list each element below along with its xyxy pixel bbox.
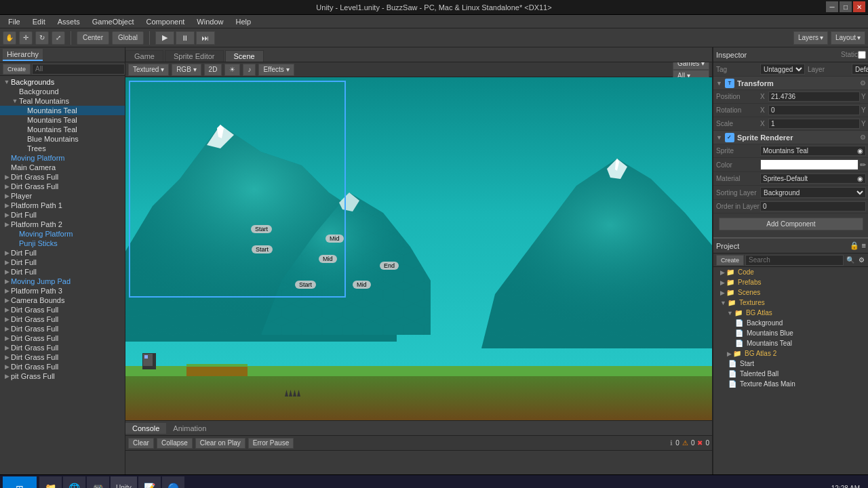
hierarchy-item[interactable]: ▶Platform Path 3 [0, 286, 125, 296]
hierarchy-item[interactable]: Mountains Teal [0, 115, 125, 125]
project-item[interactable]: ▶📁BG Atlas 2 [713, 348, 868, 359]
project-item[interactable]: 📄Mountains Blue [713, 328, 868, 338]
hierarchy-item[interactable]: ▶Dirt Full [0, 248, 125, 258]
layers-dropdown[interactable]: Layers▾ [793, 31, 828, 45]
hierarchy-item[interactable]: Mountains Teal [0, 125, 125, 134]
hierarchy-create-button[interactable]: Create [3, 64, 31, 75]
hierarchy-item[interactable]: ▶Player [0, 191, 125, 201]
maximize-button[interactable]: □ [840, 1, 852, 12]
hierarchy-item[interactable]: Main Camera [0, 163, 125, 172]
tab-game[interactable]: Game [125, 50, 163, 62]
clear-on-play-button[interactable]: Clear on Play [195, 438, 245, 449]
scale-tool[interactable]: ⤢ [52, 31, 65, 45]
hierarchy-item[interactable]: ▶Dirt Grass Full [0, 362, 125, 371]
hierarchy-tab[interactable]: Hierarchy [3, 49, 43, 61]
console-tab[interactable]: Console [125, 423, 166, 434]
hierarchy-item[interactable]: ▼Teal Mountains [0, 96, 125, 106]
layer-select[interactable]: Default [852, 64, 868, 75]
project-item[interactable]: 📄Start [713, 359, 868, 369]
hierarchy-item[interactable]: ▶Dirt Full [0, 267, 125, 277]
project-lock-icon[interactable]: 🔒 [850, 241, 859, 250]
hierarchy-item[interactable]: Blue Mountains [0, 134, 125, 144]
audio-toggle[interactable]: ♪ [243, 64, 256, 76]
rotate-tool[interactable]: ↻ [35, 31, 49, 45]
transform-settings[interactable]: ⚙ [860, 79, 866, 87]
material-picker-icon[interactable]: ◉ [857, 175, 863, 182]
tab-sprite-editor[interactable]: Sprite Editor [165, 50, 224, 62]
hierarchy-item[interactable]: ▶Dirt Grass Full [0, 324, 125, 333]
hierarchy-item[interactable]: Trees [0, 144, 125, 153]
menu-gameobject[interactable]: GameObject [87, 16, 140, 27]
project-search-icon[interactable]: 🔍 [845, 256, 856, 264]
lighting-toggle[interactable]: ☀ [224, 64, 240, 76]
start-button[interactable]: ⊞ [3, 476, 37, 489]
sprite-picker-icon[interactable]: ◉ [857, 147, 863, 155]
clear-button[interactable]: Clear [128, 438, 154, 449]
global-button[interactable]: Global [112, 31, 144, 45]
menu-edit[interactable]: Edit [27, 16, 51, 27]
project-item[interactable]: 📄Talented Ball [713, 369, 868, 379]
center-button[interactable]: Center [77, 31, 109, 45]
project-item[interactable]: 📄Texture Atlas Main [713, 379, 868, 389]
rgb-dropdown[interactable]: RGB ▾ [172, 64, 201, 76]
project-search-input[interactable] [745, 255, 844, 266]
scene-canvas[interactable]: Start Mid Start Mid End Start Mid [125, 77, 712, 420]
games-dropdown[interactable]: Games ▾ [673, 62, 709, 70]
menu-help[interactable]: Help [230, 16, 256, 27]
hierarchy-item[interactable]: ▼Backgrounds [0, 77, 125, 87]
hierarchy-item[interactable]: Moving Platform [0, 153, 125, 163]
project-item[interactable]: ▶📁Code [713, 267, 868, 277]
sorting-layer-select[interactable]: Background [760, 187, 866, 198]
effects-dropdown[interactable]: Effects ▾ [258, 64, 294, 76]
taskbar-vscode[interactable]: 📝 [138, 476, 161, 489]
tab-scene[interactable]: Scene [225, 50, 264, 62]
hierarchy-item[interactable]: Punji Sticks [0, 239, 125, 248]
hierarchy-item[interactable]: ▶Platform Path 1 [0, 201, 125, 210]
animation-tab[interactable]: Animation [166, 423, 213, 434]
play-button[interactable]: ▶ [155, 31, 174, 45]
hierarchy-item[interactable]: ▶Dirt Grass Full [0, 314, 125, 324]
material-value[interactable]: Sprites-Default ◉ [760, 174, 866, 184]
taskbar-file-explorer[interactable]: 📁 [39, 476, 62, 489]
scale-x-input[interactable]: 1 [768, 119, 860, 129]
2d-toggle[interactable]: 2D [204, 64, 222, 76]
hierarchy-item[interactable]: ▶Dirt Grass Full [0, 333, 125, 343]
menu-assets[interactable]: Assets [52, 16, 85, 27]
hierarchy-item[interactable]: Moving Platform [0, 229, 125, 239]
hierarchy-item[interactable]: ▶Dirt Grass Full [0, 352, 125, 362]
hierarchy-item[interactable]: ▶Moving Jump Pad [0, 277, 125, 286]
pause-button[interactable]: ⏸ [176, 31, 195, 45]
hierarchy-item[interactable]: ▶Dirt Full [0, 210, 125, 220]
project-settings-icon[interactable]: ⚙ [857, 256, 866, 264]
tag-select[interactable]: Untagged [760, 64, 805, 75]
hierarchy-item[interactable]: Background [0, 87, 125, 96]
add-component-button[interactable]: Add Component [719, 218, 863, 230]
hierarchy-item[interactable]: ▶Platform Path 2 [0, 220, 125, 229]
taskbar-unity-active[interactable]: Unity [111, 476, 137, 489]
sprite-renderer-settings[interactable]: ⚙ [860, 134, 866, 141]
project-item[interactable]: 📄Background [713, 318, 868, 328]
hierarchy-item[interactable]: ▶Camera Bounds [0, 296, 125, 305]
hierarchy-item[interactable]: ▶Dirt Grass Full [0, 182, 125, 191]
order-input[interactable]: 0 [760, 201, 866, 211]
transform-header[interactable]: ▼ T Transform ⚙ [713, 77, 868, 90]
color-dropper-icon[interactable]: ✏ [860, 161, 866, 169]
project-item[interactable]: ▶📁Prefabs [713, 277, 868, 287]
hierarchy-item[interactable]: ▶Dirt Grass Full [0, 343, 125, 352]
sprite-value[interactable]: Mountains Teal ◉ [760, 146, 866, 156]
taskbar-unity-icon[interactable]: 🎮 [87, 476, 109, 489]
minimize-button[interactable]: ─ [826, 1, 838, 12]
layout-dropdown[interactable]: Layout▾ [831, 31, 865, 45]
taskbar-browser[interactable]: 🌐 [63, 476, 85, 489]
taskbar-chrome[interactable]: 🔵 [162, 476, 184, 489]
step-button[interactable]: ⏭ [196, 31, 215, 45]
move-tool[interactable]: ✛ [19, 31, 33, 45]
hierarchy-item[interactable]: ▶Dirt Grass Full [0, 305, 125, 314]
error-pause-button[interactable]: Error Pause [248, 438, 294, 449]
collapse-button[interactable]: Collapse [157, 438, 193, 449]
color-picker[interactable] [760, 159, 859, 170]
rot-x-input[interactable]: 0 [768, 105, 860, 115]
hierarchy-item[interactable]: ▶Dirt Grass Full [0, 172, 125, 182]
menu-component[interactable]: Component [140, 16, 190, 27]
project-item[interactable]: ▼📁Textures [713, 298, 868, 308]
